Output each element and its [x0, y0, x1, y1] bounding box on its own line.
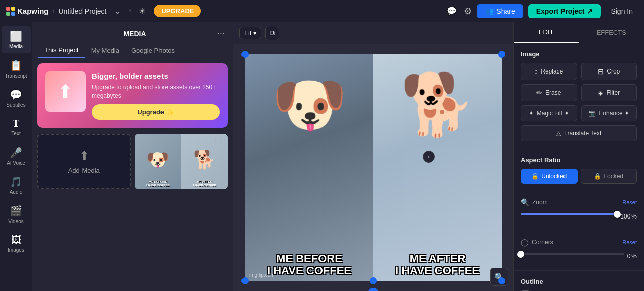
corners-slider[interactable] [521, 249, 624, 259]
resize-handle-tr[interactable] [498, 51, 505, 58]
add-media-icon: ⬆ [79, 149, 89, 163]
replace-icon: ↕ [534, 67, 538, 76]
resize-handle-br[interactable] [498, 277, 505, 284]
ai-voice-icon: 🎤 [10, 147, 22, 159]
sidebar-item-audio[interactable]: 🎵 Audio [2, 172, 31, 199]
zoom-reset-button[interactable]: Reset [622, 199, 637, 205]
zoom-value: 100 % [620, 213, 637, 220]
unlocked-button[interactable]: 🔓 Unlocked [521, 169, 578, 184]
sidebar-item-videos[interactable]: 🎬 Videos [2, 201, 31, 228]
media-panel-header: MEDIA ··· [32, 22, 233, 39]
meme-right-panel: 🐕 ME AFTERI HAVE COFFEE [373, 54, 502, 281]
media-panel-title: MEDIA [52, 30, 217, 38]
tab-edit[interactable]: EDIT [514, 22, 579, 43]
sidebar-item-media[interactable]: ⬜ Media [2, 26, 31, 53]
canvas-toolbar: Fit ▾ ⧉ [233, 22, 513, 44]
upgrade-banner-image: ⬆ [45, 71, 86, 112]
share-upload-icon[interactable]: ↑ [126, 5, 134, 18]
zoom-slider[interactable] [521, 209, 617, 220]
collapse-panel-button[interactable]: ‹ [423, 151, 435, 163]
right-panel: EDIT EFFECTS Image ↕ Replace ⊟ Crop ✏ Er… [513, 22, 644, 291]
sidebar-item-text[interactable]: T Text [2, 114, 31, 140]
media-grid: ⬆ Add Media 🐶 ME BEFOREI HAVE COFFEE 🐕 [37, 134, 228, 189]
meme-left-panel: 🐶 ME BEFOREI HAVE COFFEE [245, 54, 373, 281]
brand-name: Kapwing [17, 7, 49, 15]
magic-fill-button[interactable]: ✦ Magic Fill ✦ [521, 105, 577, 121]
upgrade-button[interactable]: UPGRADE [154, 5, 201, 17]
upgrade-banner-title: Bigger, bolder assets [92, 71, 220, 80]
logo-icon [6, 7, 15, 16]
corners-value: 0 % [627, 253, 637, 260]
duplicate-icon[interactable]: ⧉ [265, 26, 279, 40]
tab-my-media[interactable]: My Media [85, 43, 125, 58]
share-button[interactable]: 👥 Share [477, 4, 523, 18]
topbar: Kapwing › Untitled Project ⌄ ↑ ☀ UPGRADE… [0, 0, 644, 22]
tab-effects[interactable]: EFFECTS [579, 22, 645, 43]
project-actions: ⌄ ↑ ☀ [112, 4, 148, 18]
resize-handle-tl[interactable] [242, 51, 249, 58]
translate-text-button[interactable]: △ Translate Text [521, 125, 637, 141]
image-actions-grid: ↕ Replace ⊟ Crop ✏ Erase ◈ Filter [521, 63, 637, 101]
topbar-right: 💬 ⚙ 👥 Share Export Project ↗ Sign In [445, 4, 638, 18]
aspect-ratio-section: Aspect Ratio 🔓 Unlocked 🔒 Locked [514, 149, 644, 191]
zoom-section: 🔍 Zoom Reset 100 % [514, 191, 644, 231]
media-tabs: This Project My Media Google Photos [32, 39, 233, 58]
tab-google-photos[interactable]: Google Photos [125, 43, 181, 58]
zoom-row: 🔍 Zoom Reset [521, 198, 637, 206]
aspect-ratio-title: Aspect Ratio [521, 156, 637, 164]
text-icon: T [13, 118, 19, 129]
corners-reset-button[interactable]: Reset [622, 239, 637, 245]
audio-icon: 🎵 [10, 176, 22, 188]
add-media-tile[interactable]: ⬆ Add Media [37, 134, 131, 189]
media-panel-menu-button[interactable]: ··· [217, 28, 225, 39]
filter-button[interactable]: ◈ Filter [581, 84, 637, 101]
media-icon: ⬜ [10, 30, 22, 42]
erase-icon: ✏ [536, 89, 542, 97]
media-panel-content: ⬆ Bigger, bolder assets Upgrade to uploa… [32, 58, 233, 291]
resize-handle-bc[interactable] [370, 277, 377, 284]
export-icon: ↗ [587, 7, 593, 15]
sidebar-item-subtitles[interactable]: 💬 Subtitles [2, 85, 31, 112]
canvas-wrapper: 🐶 ME BEFOREI HAVE COFFEE 🐕 ME AFTERI HAV… [233, 44, 513, 291]
erase-button[interactable]: ✏ Erase [521, 84, 577, 101]
chevron-down-icon: ▾ [253, 29, 257, 37]
upgrade-banner-desc: Upgrade to upload and store assets over … [92, 83, 220, 100]
outline-section: Outline #000000 ✏ − + [514, 271, 644, 291]
resize-handle-bl[interactable] [242, 277, 249, 284]
filter-icon: ◈ [598, 89, 603, 97]
zoom-icon: 🔍 [521, 198, 529, 206]
canvas-frame[interactable]: 🐶 ME BEFOREI HAVE COFFEE 🐕 ME AFTERI HAV… [245, 54, 502, 281]
comment-icon[interactable]: 💬 [445, 4, 459, 18]
lock-icon: 🔒 [594, 173, 601, 180]
breadcrumb-separator: › [53, 8, 55, 15]
fit-select[interactable]: Fit ▾ [239, 27, 261, 39]
crop-button[interactable]: ⊟ Crop [581, 63, 637, 80]
meme-image: 🐶 ME BEFOREI HAVE COFFEE 🐕 ME AFTERI HAV… [245, 54, 502, 281]
magic-icon[interactable]: ☀ [137, 4, 148, 18]
corners-label: Corners [532, 239, 553, 246]
enhance-icon: 📷 [588, 110, 596, 117]
sidebar-item-transcript[interactable]: 📋 Transcript [2, 55, 31, 83]
corners-section: ◯ Corners Reset 0 % [514, 231, 644, 271]
export-button[interactable]: Export Project ↗ [528, 4, 601, 18]
sidebar-item-images[interactable]: 🖼 Images [2, 230, 31, 257]
locked-button[interactable]: 🔒 Locked [581, 169, 637, 184]
replace-button[interactable]: ↕ Replace [521, 63, 577, 80]
project-name[interactable]: Untitled Project [59, 7, 107, 15]
settings-icon[interactable]: ⚙ [464, 6, 472, 17]
chevron-down-icon[interactable]: ⌄ [112, 4, 123, 18]
watermark: imgflip.com [249, 272, 275, 278]
tab-this-project[interactable]: This Project [38, 43, 85, 58]
rotate-handle[interactable]: ↻ [368, 288, 379, 291]
transcript-icon: 📋 [10, 59, 22, 71]
translate-icon: △ [556, 130, 561, 137]
signin-button[interactable]: Sign In [606, 4, 638, 18]
enhance-button[interactable]: 📷 Enhance ✦ [581, 105, 637, 121]
sidebar-item-ai-voice[interactable]: 🎤 AI Voice [2, 142, 31, 170]
aspect-ratio-buttons: 🔓 Unlocked 🔒 Locked [521, 169, 637, 184]
subtitles-icon: 💬 [10, 89, 22, 101]
upgrade-banner-button[interactable]: Upgrade ✨ [92, 104, 220, 120]
crop-icon: ⊟ [598, 67, 604, 76]
media-thumbnail[interactable]: 🐶 ME BEFOREI HAVE COFFEE 🐕 ME AFTERI HAV… [135, 134, 228, 189]
zoom-label: Zoom [532, 199, 548, 206]
